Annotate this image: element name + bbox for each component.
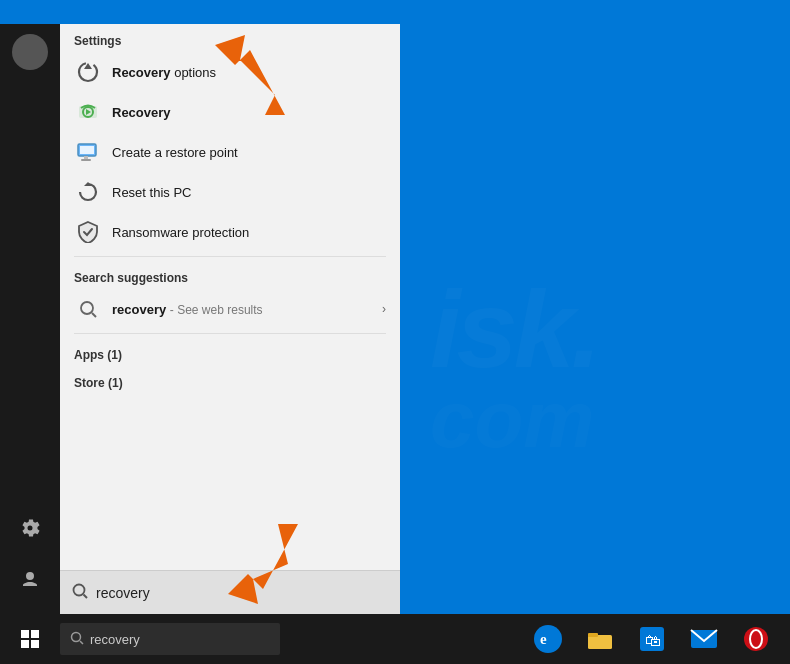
opera-icon bbox=[743, 626, 769, 652]
search-bar-icon bbox=[72, 583, 88, 602]
taskbar-search-icon bbox=[70, 631, 84, 648]
recovery-bold: Recovery bbox=[112, 105, 171, 120]
store-header: Store (1) bbox=[60, 366, 400, 394]
ransomware-protection-icon bbox=[74, 218, 102, 246]
web-search-subtitle: - See web results bbox=[170, 303, 263, 317]
recovery-icon bbox=[74, 98, 102, 126]
svg-line-14 bbox=[84, 595, 88, 599]
ransomware-protection-item[interactable]: Ransomware protection bbox=[60, 212, 400, 252]
taskbar-search[interactable]: recovery bbox=[60, 623, 280, 655]
store-button[interactable]: 🛍 bbox=[628, 614, 676, 664]
svg-point-18 bbox=[72, 632, 81, 641]
create-restore-point-label: Create a restore point bbox=[112, 145, 386, 160]
svg-rect-8 bbox=[81, 159, 91, 161]
web-search-icon bbox=[74, 295, 102, 323]
svg-text:🛍: 🛍 bbox=[645, 632, 661, 649]
sidebar-left bbox=[0, 24, 60, 614]
create-restore-point-icon bbox=[74, 138, 102, 166]
reset-pc-label: Reset this PC bbox=[112, 185, 386, 200]
create-restore-point-item[interactable]: Create a restore point bbox=[60, 132, 400, 172]
apps-header: Apps (1) bbox=[60, 338, 400, 366]
user-icon[interactable] bbox=[10, 560, 50, 600]
svg-rect-22 bbox=[588, 633, 598, 637]
taskbar: recovery e 🛍 bbox=[0, 614, 790, 664]
svg-rect-21 bbox=[588, 635, 612, 649]
windows-icon bbox=[21, 630, 39, 648]
search-suggestions-header: Search suggestions bbox=[60, 261, 400, 289]
recovery-options-bold: Recovery bbox=[112, 65, 171, 80]
divider-1 bbox=[74, 256, 386, 257]
svg-rect-9 bbox=[80, 146, 94, 154]
reset-pc-item[interactable]: Reset this PC bbox=[60, 172, 400, 212]
svg-line-12 bbox=[92, 313, 96, 317]
edge-logo: e bbox=[534, 625, 562, 653]
web-search-item[interactable]: recovery - See web results › bbox=[60, 289, 400, 329]
start-button[interactable] bbox=[0, 614, 60, 664]
file-explorer-icon bbox=[586, 627, 614, 651]
svg-text:com: com bbox=[430, 375, 595, 464]
edge-icon-button[interactable]: e bbox=[524, 614, 572, 664]
mail-button[interactable] bbox=[680, 614, 728, 664]
svg-point-11 bbox=[81, 302, 93, 314]
taskbar-search-text: recovery bbox=[90, 632, 140, 647]
arrow-top bbox=[195, 30, 315, 130]
taskbar-icons: e 🛍 bbox=[524, 614, 790, 664]
avatar[interactable] bbox=[12, 34, 48, 70]
opera-button[interactable] bbox=[732, 614, 780, 664]
arrow-bottom bbox=[218, 519, 318, 609]
file-explorer-button[interactable] bbox=[576, 614, 624, 664]
reset-pc-icon bbox=[74, 178, 102, 206]
svg-marker-16 bbox=[215, 35, 285, 115]
mail-icon bbox=[690, 629, 718, 649]
sidebar-left-icons bbox=[10, 504, 50, 604]
web-search-label: recovery - See web results bbox=[112, 302, 372, 317]
divider-2 bbox=[74, 333, 386, 334]
watermark: isk. com bbox=[390, 60, 790, 614]
svg-point-13 bbox=[74, 585, 85, 596]
web-search-keyword: recovery bbox=[112, 302, 166, 317]
svg-text:e: e bbox=[540, 631, 547, 647]
web-search-arrow: › bbox=[382, 302, 386, 316]
svg-marker-17 bbox=[228, 524, 298, 604]
svg-rect-7 bbox=[84, 156, 88, 159]
store-icon: 🛍 bbox=[639, 626, 665, 652]
settings-icon[interactable] bbox=[10, 508, 50, 548]
svg-line-19 bbox=[80, 641, 83, 644]
svg-text:isk.: isk. bbox=[430, 267, 597, 390]
recovery-options-icon bbox=[74, 58, 102, 86]
ransomware-protection-label: Ransomware protection bbox=[112, 225, 386, 240]
